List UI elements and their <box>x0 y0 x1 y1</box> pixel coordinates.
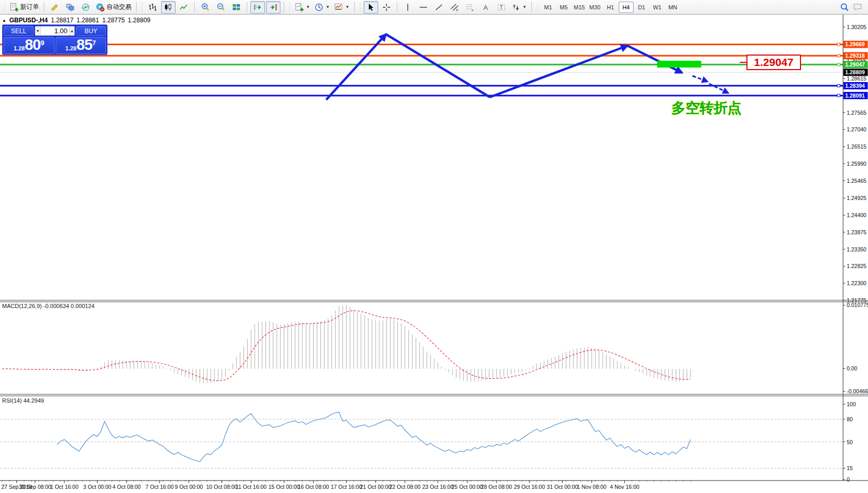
svg-text:22 Oct 08:00: 22 Oct 08:00 <box>389 484 420 490</box>
volume-increase-button[interactable]: ▲ <box>69 26 74 35</box>
one-click-trading-widget: SELL ▼ ▲ BUY 1.28809 1.28857 <box>2 24 108 55</box>
arrows-icon <box>511 3 520 12</box>
quote-close: 1.28809 <box>128 17 150 24</box>
sell-price[interactable]: 1.28809 <box>4 37 55 54</box>
search-icon[interactable] <box>840 3 849 12</box>
svg-text:1.29318: 1.29318 <box>845 52 865 59</box>
svg-text:80: 80 <box>847 416 853 422</box>
indicators-button[interactable]: ▼ <box>293 1 312 14</box>
svg-text:1.29669: 1.29669 <box>845 41 865 47</box>
chart-bars-icon <box>148 3 157 12</box>
svg-text:3 Oct 00:00: 3 Oct 00:00 <box>83 484 111 490</box>
zoom-out-icon <box>216 3 225 12</box>
auto-scroll-button[interactable] <box>250 1 265 14</box>
svg-text:1.22300: 1.22300 <box>847 280 866 286</box>
chart-candles-button[interactable] <box>161 1 176 14</box>
price-chart[interactable]: 1.29047多空转折点MACD(12,26,9) -0.000634 0.00… <box>0 15 868 493</box>
chat-icon[interactable] <box>852 3 863 12</box>
timeframe-m5-button[interactable]: M5 <box>556 2 571 13</box>
buy-button[interactable]: BUY <box>76 26 106 36</box>
sell-button[interactable]: SELL <box>4 26 34 36</box>
svg-text:1.24400: 1.24400 <box>847 212 866 218</box>
zoom-in-button[interactable] <box>198 1 212 14</box>
autotrading-label: 自动交易 <box>106 3 131 11</box>
channel-button[interactable]: E <box>447 1 462 14</box>
svg-text:9 Oct 00:00: 9 Oct 00:00 <box>175 484 203 490</box>
cn-annotation-text[interactable]: 多空转折点 <box>672 100 742 116</box>
timeframe-h4-button[interactable]: H4 <box>619 2 634 13</box>
svg-text:1.28091: 1.28091 <box>845 92 865 99</box>
svg-text:A: A <box>483 3 488 11</box>
text-button[interactable]: A <box>478 1 493 14</box>
timeframe-d1-button[interactable]: D1 <box>634 2 649 13</box>
svg-text:1.28615: 1.28615 <box>847 75 866 82</box>
trendline-icon <box>434 3 444 12</box>
market-watch-icon <box>65 3 75 12</box>
toolbar-grip[interactable] <box>141 2 143 12</box>
toolbar-grip[interactable] <box>3 2 6 12</box>
periods-button[interactable]: ▼ <box>313 1 331 14</box>
toolbar-grip[interactable] <box>536 2 539 12</box>
fibonacci-button[interactable]: F <box>463 1 477 14</box>
svg-text:15 Oct 00:00: 15 Oct 00:00 <box>269 484 300 490</box>
channel-icon: E <box>450 3 459 12</box>
toolbar-separator <box>44 2 44 12</box>
tile-windows-icon <box>232 3 241 12</box>
volume-decrease-button[interactable]: ▼ <box>35 26 41 35</box>
trendline-button[interactable] <box>432 1 446 14</box>
quote-line: ▲ GBPUSD-,H4 1.28817 1.28861 1.28775 1.2… <box>2 17 151 24</box>
cursor-button[interactable] <box>364 1 378 14</box>
chart-shift-button[interactable] <box>266 1 281 14</box>
volume-input[interactable] <box>41 26 69 35</box>
buy-price[interactable]: 1.28857 <box>56 37 106 54</box>
zoom-out-button[interactable] <box>213 1 228 14</box>
green-highlight-box[interactable] <box>657 61 701 68</box>
crosshair-button[interactable] <box>379 1 394 14</box>
svg-text:28 Oct 08:00: 28 Oct 08:00 <box>481 484 512 490</box>
buy-price-frac: 1.28 <box>65 46 76 51</box>
toolbar-grip[interactable] <box>288 2 291 12</box>
timeframe-m15-button[interactable]: M15 <box>572 2 587 13</box>
svg-text:1 Nov 08:00: 1 Nov 08:00 <box>577 484 607 490</box>
svg-text:F: F <box>472 9 474 12</box>
templates-button[interactable]: ▼ <box>332 1 351 14</box>
indicators-caret: ▼ <box>306 5 310 9</box>
label-button[interactable]: T <box>494 1 509 14</box>
horizontal-line-button[interactable] <box>416 1 431 14</box>
svg-text:1.27565: 1.27565 <box>847 110 866 116</box>
main-toolbar: 新订单 自动交易 ▼ <box>0 0 868 15</box>
new-order-icon <box>9 3 19 12</box>
arrows-button[interactable]: ▼ <box>510 1 528 14</box>
svg-text:21 Oct 00:00: 21 Oct 00:00 <box>360 484 391 490</box>
timeframe-m30-button[interactable]: M30 <box>587 2 603 13</box>
svg-text:1.30205: 1.30205 <box>847 24 866 30</box>
svg-text:1 Oct 16:00: 1 Oct 16:00 <box>50 484 78 490</box>
vertical-line-button[interactable] <box>400 1 415 14</box>
new-order-button[interactable]: 新订单 <box>8 1 41 14</box>
svg-text:1.27040: 1.27040 <box>847 126 866 132</box>
svg-text:15: 15 <box>847 465 853 471</box>
market-watch-button[interactable] <box>63 1 77 14</box>
signals-button[interactable] <box>78 1 93 14</box>
chart-bars-button[interactable] <box>145 1 160 14</box>
svg-text:1.22825: 1.22825 <box>847 263 866 269</box>
toolbar-grip[interactable] <box>359 2 362 12</box>
svg-text:4 Oct 08:00: 4 Oct 08:00 <box>113 484 141 490</box>
svg-text:0.00: 0.00 <box>847 365 858 371</box>
svg-text:T: T <box>500 4 503 10</box>
toolbar-separator <box>136 2 137 12</box>
svg-text:29 Oct 16:00: 29 Oct 16:00 <box>514 484 545 490</box>
timeframe-m1-button[interactable]: M1 <box>541 2 556 13</box>
crosshair-icon <box>382 3 391 12</box>
timeframe-h1-button[interactable]: H1 <box>603 2 618 13</box>
tile-windows-button[interactable] <box>229 1 244 14</box>
svg-text:11 Oct 16:00: 11 Oct 16:00 <box>236 484 267 490</box>
autotrading-button[interactable]: 自动交易 <box>94 1 133 14</box>
chart-line-button[interactable] <box>177 1 191 14</box>
metaeditor-button[interactable] <box>47 1 62 14</box>
timeframe-w1-button[interactable]: W1 <box>650 2 665 13</box>
svg-text:1.28394: 1.28394 <box>845 83 865 89</box>
timeframe-mn-button[interactable]: MN <box>665 2 680 13</box>
one-click-collapse-icon[interactable]: ▲ <box>2 18 6 23</box>
toolbar-separator <box>531 2 532 12</box>
